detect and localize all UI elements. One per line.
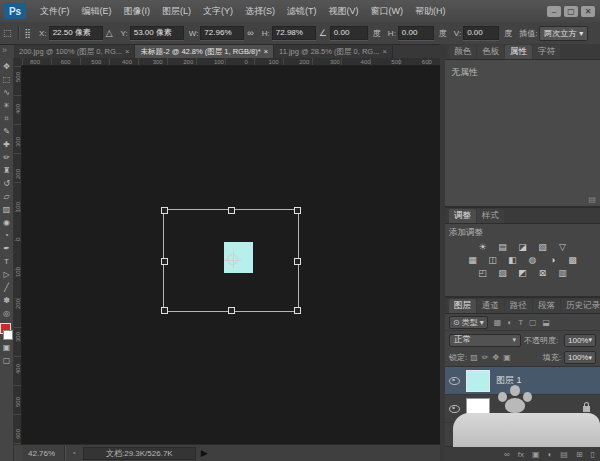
menu-type[interactable]: 文字(Y): [197, 0, 239, 22]
healing-brush-tool-icon[interactable]: ✚: [1, 139, 13, 150]
reference-point-grid-icon[interactable]: ⣿: [25, 28, 32, 38]
transform-handle[interactable]: [161, 207, 168, 214]
tab-styles[interactable]: 样式: [477, 209, 504, 223]
menu-select[interactable]: 选择(S): [239, 0, 281, 22]
history-brush-tool-icon[interactable]: ↺: [1, 178, 13, 189]
tab-overflow-chevron-icon[interactable]: »: [2, 45, 7, 55]
photo-filter-icon[interactable]: ◍: [527, 255, 539, 265]
v-skew-input[interactable]: 0.00: [463, 26, 499, 40]
eraser-tool-icon[interactable]: ▱: [1, 191, 13, 202]
link-layers-icon[interactable]: ∞: [504, 450, 510, 459]
close-button[interactable]: ✕: [581, 6, 595, 17]
vertical-ruler[interactable]: 500 400 300 200 100 0 100 200 300 400 50…: [14, 66, 22, 445]
transform-handle[interactable]: [161, 258, 168, 265]
threshold-icon[interactable]: ◩: [517, 268, 529, 278]
width-input[interactable]: 72.96%: [200, 26, 244, 40]
hue-saturation-icon[interactable]: ▦: [467, 255, 479, 265]
lock-position-icon[interactable]: ✥: [493, 353, 500, 362]
curves-icon[interactable]: ◪: [517, 242, 529, 252]
tab-paragraph[interactable]: 段落: [533, 299, 560, 313]
type-filter-icon[interactable]: T: [518, 318, 523, 327]
transform-handle[interactable]: [294, 207, 301, 214]
lock-pixels-icon[interactable]: ✏: [482, 353, 489, 362]
screen-mode-button[interactable]: ▢: [1, 355, 13, 366]
gradient-map-icon[interactable]: ▥: [557, 268, 569, 278]
brush-tool-icon[interactable]: ✏: [1, 152, 13, 163]
black-white-icon[interactable]: ◧: [507, 255, 519, 265]
panel-menu-icon[interactable]: ▤: [588, 195, 596, 204]
relative-position-button[interactable]: △: [106, 28, 113, 38]
shape-filter-icon[interactable]: ▢: [529, 318, 537, 327]
invert-icon[interactable]: ◰: [477, 268, 489, 278]
x-input[interactable]: 22.50 像素: [49, 26, 103, 40]
transform-handle[interactable]: [228, 207, 235, 214]
menu-file[interactable]: 文件(F): [34, 0, 76, 22]
tab-adjustments[interactable]: 调整: [449, 209, 476, 223]
eyedropper-tool-icon[interactable]: ✎: [1, 126, 13, 137]
magic-wand-tool-icon[interactable]: ✳: [1, 100, 13, 111]
color-balance-icon[interactable]: ◫: [487, 255, 499, 265]
lock-transparent-icon[interactable]: ▨: [470, 353, 478, 362]
brightness-contrast-icon[interactable]: ☀: [477, 242, 489, 252]
delete-layer-icon[interactable]: ▯: [591, 450, 595, 459]
vibrance-icon[interactable]: ▽: [557, 242, 569, 252]
layer-style-fx-icon[interactable]: fx: [518, 450, 524, 459]
layer-group-icon[interactable]: ▤: [560, 450, 568, 459]
zoom-level-field[interactable]: 42.76%: [28, 449, 55, 458]
transform-handle[interactable]: [161, 307, 168, 314]
marquee-tool-icon[interactable]: ⬚: [1, 74, 13, 85]
menu-edit[interactable]: 编辑(E): [76, 0, 118, 22]
tab-swatches[interactable]: 色板: [477, 45, 504, 59]
type-tool-icon[interactable]: T: [1, 256, 13, 267]
quick-mask-button[interactable]: ▣: [1, 342, 13, 353]
tab-character[interactable]: 字符: [533, 45, 560, 59]
layer-thumbnail[interactable]: [466, 370, 490, 392]
lasso-tool-icon[interactable]: ∿: [1, 87, 13, 98]
crop-tool-icon[interactable]: ⌗: [1, 113, 13, 124]
adjustment-layer-icon[interactable]: ◐: [547, 450, 552, 459]
exposure-icon[interactable]: ▧: [537, 242, 549, 252]
opacity-input[interactable]: 100% ▾: [564, 334, 596, 347]
menu-image[interactable]: 图像(I): [118, 0, 157, 22]
maximize-button[interactable]: ▢: [564, 6, 578, 17]
pen-tool-icon[interactable]: ✒: [1, 243, 13, 254]
filter-type-dropdown[interactable]: ⊙ 类型 ▾: [449, 316, 488, 329]
visibility-eye-icon[interactable]: [449, 405, 460, 413]
tab-untitled-2[interactable]: 未标题-2 @ 42.8% (图层 1, RGB/8)* ×: [135, 45, 274, 58]
move-tool-icon[interactable]: ✥: [1, 61, 13, 72]
link-dimensions-icon[interactable]: ∞: [247, 28, 253, 38]
zoom-tool-icon[interactable]: ◎: [1, 308, 13, 319]
transform-handle[interactable]: [228, 307, 235, 314]
transform-handle[interactable]: [294, 307, 301, 314]
canvas-area[interactable]: [22, 66, 440, 445]
horizontal-ruler[interactable]: 800 600 500 400 300 200 100 0 100 200 30…: [22, 58, 440, 66]
h-skew-input[interactable]: 0.00: [398, 26, 434, 40]
visibility-eye-icon[interactable]: [449, 377, 460, 385]
height-input[interactable]: 72.98%: [272, 26, 316, 40]
lock-all-icon[interactable]: ▣: [503, 353, 511, 362]
tab-close-icon[interactable]: ×: [125, 47, 129, 56]
color-lookup-icon[interactable]: ▩: [567, 255, 579, 265]
interpolation-dropdown[interactable]: 两次立方 ▾: [539, 26, 588, 41]
tab-200jpg[interactable]: 200.jpg @ 100% (图层 0, RG... ×: [14, 45, 135, 58]
status-menu-arrow-icon[interactable]: ▶: [201, 448, 208, 458]
menu-help[interactable]: 帮助(H): [409, 0, 452, 22]
menu-filter[interactable]: 滤镜(T): [281, 0, 323, 22]
tab-layers[interactable]: 图层: [449, 299, 476, 313]
menu-view[interactable]: 视图(V): [323, 0, 365, 22]
tab-color[interactable]: 颜色: [449, 45, 476, 59]
blend-mode-dropdown[interactable]: 正常 ▾: [449, 334, 521, 347]
y-input[interactable]: 53.00 像素: [130, 26, 184, 40]
background-color-swatch[interactable]: [3, 330, 13, 340]
fill-input[interactable]: 100% ▾: [564, 351, 596, 364]
hand-tool-icon[interactable]: ✽: [1, 295, 13, 306]
menu-layer[interactable]: 图层(L): [156, 0, 197, 22]
transform-handle[interactable]: [294, 258, 301, 265]
tab-properties[interactable]: 属性: [505, 45, 532, 59]
blur-tool-icon[interactable]: ◉: [1, 217, 13, 228]
line-tool-icon[interactable]: ╱: [1, 282, 13, 293]
tab-paths[interactable]: 路径: [505, 299, 532, 313]
tab-close-icon[interactable]: ×: [264, 47, 268, 56]
tool-preset-icon[interactable]: ⬚: [3, 28, 12, 38]
new-layer-icon[interactable]: ⊞: [576, 450, 583, 459]
